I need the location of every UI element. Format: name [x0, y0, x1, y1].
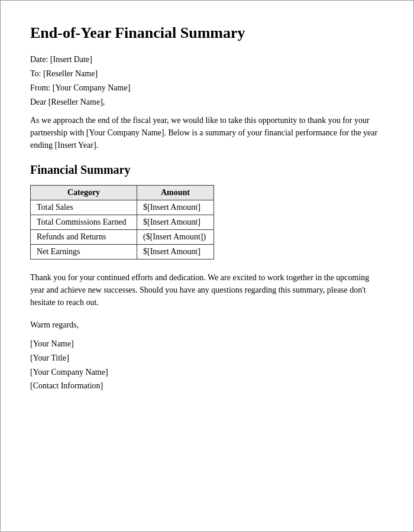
financial-table: Category Amount Total Sales$[Insert Amou… — [30, 185, 214, 259]
table-row: Total Commissions Earned$[Insert Amount] — [31, 215, 214, 230]
document-page: End-of-Year Financial Summary Date: [Ins… — [0, 0, 414, 532]
from-line: From: [Your Company Name] — [30, 83, 384, 93]
table-row: Total Sales$[Insert Amount] — [31, 200, 214, 215]
document-title: End-of-Year Financial Summary — [30, 24, 384, 42]
signature-block: [Your Name] [Your Title] [Your Company N… — [30, 337, 384, 393]
table-cell: ($[Insert Amount]) — [137, 230, 214, 245]
table-cell: Net Earnings — [31, 245, 137, 259]
table-cell: $[Insert Amount] — [137, 245, 214, 259]
date-line: Date: [Insert Date] — [30, 55, 384, 64]
signature-company: [Your Company Name] — [30, 365, 384, 379]
intro-paragraph: As we approach the end of the fiscal yea… — [30, 114, 384, 151]
closing-paragraph: Thank you for your continued efforts and… — [30, 271, 384, 309]
table-cell: Total Sales — [31, 200, 137, 215]
warm-regards-line: Warm regards, — [30, 320, 384, 330]
signature-contact: [Contact Information] — [30, 379, 384, 393]
signature-title: [Your Title] — [30, 351, 384, 365]
to-line: To: [Reseller Name] — [30, 69, 384, 79]
table-cell: Total Commissions Earned — [31, 215, 137, 230]
signature-name: [Your Name] — [30, 337, 384, 351]
table-header-category: Category — [31, 186, 137, 200]
table-cell: $[Insert Amount] — [137, 200, 214, 215]
greeting-line: Dear [Reseller Name], — [30, 98, 384, 107]
table-row: Refunds and Returns($[Insert Amount]) — [31, 230, 214, 245]
table-header-row: Category Amount — [31, 186, 214, 200]
table-header-amount: Amount — [137, 186, 214, 200]
financial-summary-title: Financial Summary — [30, 163, 384, 177]
table-cell: $[Insert Amount] — [137, 215, 214, 230]
table-cell: Refunds and Returns — [31, 230, 137, 245]
table-row: Net Earnings$[Insert Amount] — [31, 245, 214, 259]
